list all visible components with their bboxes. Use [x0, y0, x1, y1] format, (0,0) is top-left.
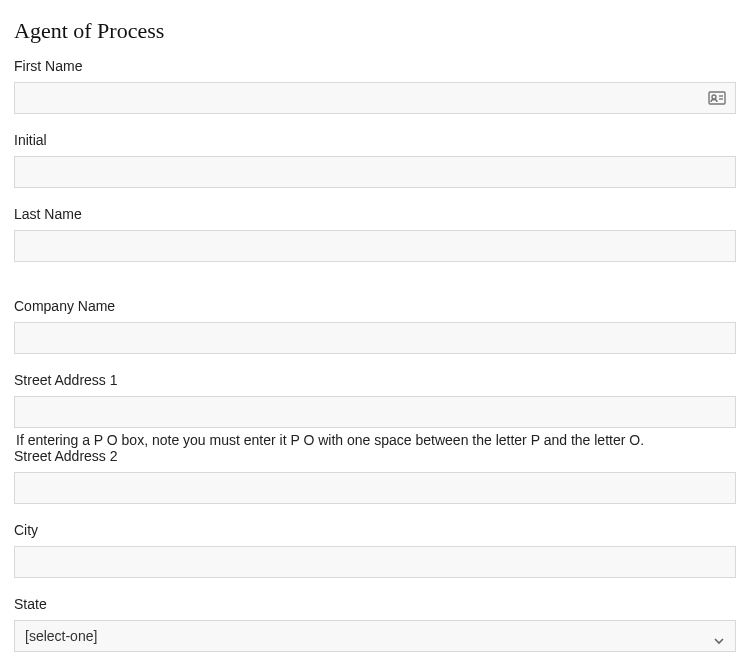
- company-name-label: Company Name: [14, 298, 736, 314]
- field-state: State [select-one]: [14, 596, 736, 652]
- first-name-input[interactable]: [14, 82, 736, 114]
- street-address-1-help: If entering a P O box, note you must ent…: [14, 432, 736, 448]
- street-address-1-input[interactable]: [14, 396, 736, 428]
- first-name-label: First Name: [14, 58, 736, 74]
- city-input[interactable]: [14, 546, 736, 578]
- field-street-address-2: Street Address 2: [14, 448, 736, 504]
- initial-label: Initial: [14, 132, 736, 148]
- initial-input[interactable]: [14, 156, 736, 188]
- company-name-input[interactable]: [14, 322, 736, 354]
- street-address-2-label: Street Address 2: [14, 448, 736, 464]
- field-company-name: Company Name: [14, 298, 736, 354]
- state-select[interactable]: [select-one]: [14, 620, 736, 652]
- field-last-name: Last Name: [14, 206, 736, 262]
- last-name-input[interactable]: [14, 230, 736, 262]
- street-address-2-input[interactable]: [14, 472, 736, 504]
- street-address-1-label: Street Address 1: [14, 372, 736, 388]
- city-label: City: [14, 522, 736, 538]
- field-initial: Initial: [14, 132, 736, 188]
- field-street-address-1: Street Address 1 If entering a P O box, …: [14, 372, 736, 448]
- state-label: State: [14, 596, 736, 612]
- page-title: Agent of Process: [14, 18, 736, 44]
- field-first-name: First Name: [14, 58, 736, 114]
- last-name-label: Last Name: [14, 206, 736, 222]
- field-city: City: [14, 522, 736, 578]
